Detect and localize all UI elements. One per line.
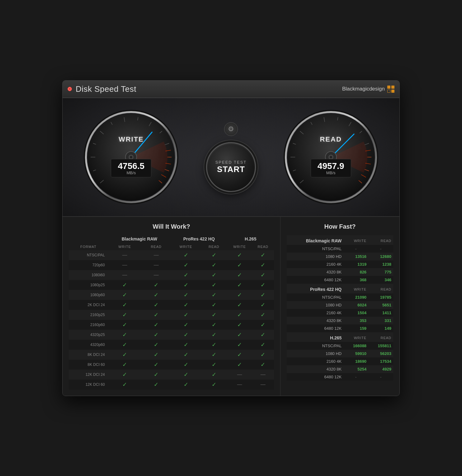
write-gauge-value-box: 4756.5 MB/s [111, 159, 151, 177]
hf-group-header: H.265WRITEREAD [287, 332, 393, 342]
how-fast-title: How Fast? [287, 223, 393, 230]
start-button[interactable]: SPEED TEST START [206, 142, 256, 192]
hf-group-header: Blackmagic RAWWRITEREAD [287, 235, 393, 245]
wiw-format-label: 2K DCI 24 [69, 300, 108, 310]
brand-sq-4 [391, 90, 394, 93]
wiw-prores-header: ProRes 422 HQ [171, 235, 227, 243]
write-gauge-svg [81, 107, 181, 207]
write-gauge-unit: MB/s [116, 170, 146, 175]
write-gauge-value: 4756.5 [116, 161, 146, 171]
read-gauge-value: 4957.9 [316, 161, 346, 171]
wiw-row: 12K DCI 24✓✓✓✓—— [69, 370, 274, 380]
brand-logo: Blackmagicdesign [342, 86, 394, 93]
hf-row: NTSC/PAL2109019785 [287, 293, 393, 301]
wiw-braw-header: Blackmagic RAW [108, 235, 171, 243]
wiw-row: 8K DCI 24✓✓✓✓✓✓ [69, 350, 274, 360]
write-gauge-label: WRITE [81, 135, 181, 143]
wiw-format-label: 8K DCI 24 [69, 350, 108, 360]
wiw-format-label: NTSC/PAL [69, 250, 108, 260]
write-gauge: WRITE 4756.5 MB/s [81, 107, 181, 207]
wiw-row: 720p60——✓✓✓✓ [69, 260, 274, 270]
read-gauge: READ 4957.9 MB/s [281, 107, 381, 207]
data-section: Will It Work? Blackmagic RAW ProRes 422 … [63, 217, 399, 396]
wiw-format-label: 12K DCI 24 [69, 370, 108, 380]
hf-row: 6480 12K368346 [287, 276, 393, 284]
svg-point-56 [330, 156, 332, 158]
close-button[interactable]: × [68, 87, 72, 91]
wiw-row: 1080i60——✓✓✓✓ [69, 270, 274, 280]
app-title: Disk Speed Test [76, 84, 136, 94]
read-gauge-value-box: 4957.9 MB/s [311, 159, 351, 177]
brand-squares [387, 86, 394, 93]
wiw-row: 4320p60✓✓✓✓✓✓ [69, 340, 274, 350]
start-button-label1: SPEED TEST [215, 160, 247, 165]
wiw-row: 1080p25✓✓✓✓✓✓ [69, 280, 274, 290]
hf-row: 4320 8K826775 [287, 268, 393, 276]
brand-sq-3 [387, 90, 390, 93]
hf-row: 6480 12K-- [287, 373, 393, 381]
hf-group-header: ProRes 422 HQWRITEREAD [287, 284, 393, 293]
hf-row: NTSC/PAL166088155811 [287, 342, 393, 350]
title-bar-left: × Disk Speed Test [68, 84, 136, 94]
wiw-row: 2K DCI 24✓✓✓✓✓✓ [69, 300, 274, 310]
center-controls: ⚙ SPEED TEST START [206, 122, 256, 192]
wiw-format-label: 4320p60 [69, 340, 108, 350]
brand-sq-2 [391, 86, 394, 89]
hf-row: NTSC/PAL-- [287, 245, 393, 253]
wiw-format-label: 1080p60 [69, 290, 108, 300]
wiw-row: 4320p25✓✓✓✓✓✓ [69, 330, 274, 340]
read-gauge-label: READ [281, 135, 381, 143]
hf-row: 4320 8K52544929 [287, 365, 393, 373]
hf-row: 2160 4K13191238 [287, 260, 393, 268]
gauge-section: WRITE 4756.5 MB/s ⚙ SPEED TEST START [63, 98, 399, 217]
will-it-work-section: Will It Work? Blackmagic RAW ProRes 422 … [63, 217, 280, 396]
start-button-label2: START [217, 165, 245, 174]
hf-row: 2160 4K15041411 [287, 309, 393, 317]
wiw-h265-header: H.265 [227, 235, 274, 243]
wiw-row: NTSC/PAL——✓✓✓✓ [69, 250, 274, 260]
how-fast-section: How Fast? Blackmagic RAWWRITEREADNTSC/PA… [280, 217, 399, 396]
app-window: × Disk Speed Test Blackmagicdesign [62, 80, 400, 396]
wiw-format-col: FORMAT [69, 243, 108, 250]
hf-row: 1080 HD60245651 [287, 301, 393, 309]
will-it-work-title: Will It Work? [69, 223, 274, 230]
wiw-format-label: 1080p25 [69, 280, 108, 290]
wiw-row: 1080p60✓✓✓✓✓✓ [69, 290, 274, 300]
read-gauge-svg [281, 107, 381, 207]
brand-sq-1 [387, 86, 390, 89]
how-fast-table: Blackmagic RAWWRITEREADNTSC/PAL--1080 HD… [287, 235, 393, 381]
hf-row: 6480 12K159149 [287, 324, 393, 332]
wiw-tbody: NTSC/PAL——✓✓✓✓720p60——✓✓✓✓1080i60——✓✓✓✓1… [69, 250, 274, 390]
wiw-row: 2160p25✓✓✓✓✓✓ [69, 310, 274, 320]
hf-row: 1080 HD1351612680 [287, 253, 393, 260]
title-bar: × Disk Speed Test Blackmagicdesign [63, 81, 399, 98]
wiw-row: 12K DCI 60✓✓✓✓—— [69, 380, 274, 390]
wiw-row: 8K DCI 60✓✓✓✓✓✓ [69, 360, 274, 370]
settings-button[interactable]: ⚙ [224, 122, 238, 136]
wiw-format-label: 2160p60 [69, 320, 108, 330]
hf-row: 4320 8K353331 [287, 317, 393, 324]
wiw-sub-header: FORMAT WRITE READ WRITE READ WRITE READ [69, 243, 274, 250]
hf-row: 2160 4K1869017534 [287, 357, 393, 365]
brand-name: Blackmagicdesign [342, 86, 385, 92]
will-it-work-table: Blackmagic RAW ProRes 422 HQ H.265 FORMA… [69, 235, 274, 390]
wiw-group-header: Blackmagic RAW ProRes 422 HQ H.265 [69, 235, 274, 243]
hf-tbody: Blackmagic RAWWRITEREADNTSC/PAL--1080 HD… [287, 235, 393, 381]
wiw-format-label: 4320p25 [69, 330, 108, 340]
wiw-format-label: 12K DCI 60 [69, 380, 108, 390]
wiw-format-label: 2160p25 [69, 310, 108, 320]
wiw-row: 2160p60✓✓✓✓✓✓ [69, 320, 274, 330]
read-gauge-unit: MB/s [316, 170, 346, 175]
hf-row: 1080 HD5991056203 [287, 350, 393, 357]
wiw-format-label: 8K DCI 60 [69, 360, 108, 370]
svg-point-28 [130, 156, 132, 158]
wiw-format-label: 720p60 [69, 260, 108, 270]
wiw-format-label: 1080i60 [69, 270, 108, 280]
